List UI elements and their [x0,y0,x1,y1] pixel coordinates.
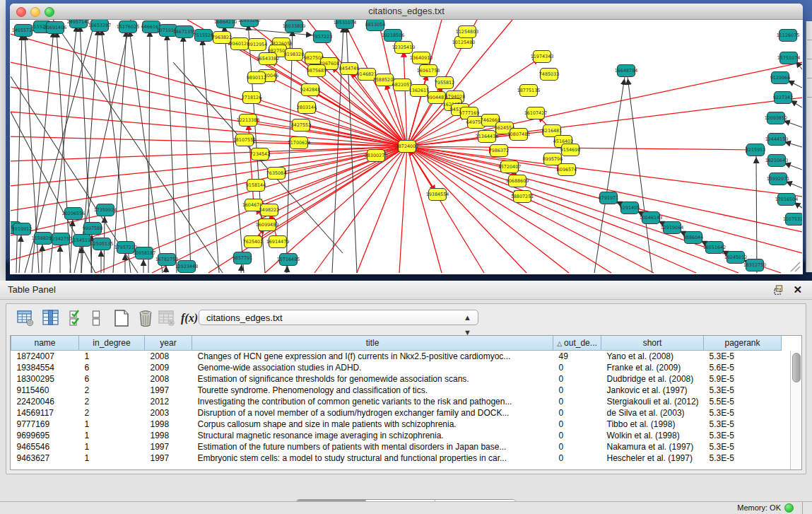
graph-node[interactable]: 8198328 [284,49,304,61]
graph-node[interactable]: 12444159 [765,134,789,146]
graph-node[interactable]: 14671355 [173,26,196,38]
graph-node[interactable]: 10807481 [507,129,531,141]
graph-node[interactable]: 11254803 [456,26,479,38]
graph-node[interactable]: 12213383 [237,115,260,127]
graph-node[interactable]: 21364436 [476,131,499,143]
table-settings-icon[interactable] [16,309,35,327]
graph-node[interactable]: 19245012 [724,252,748,264]
graph-node[interactable]: 15276025 [117,21,140,33]
graph-node[interactable]: 17016504 [775,194,799,206]
network-window-titlebar[interactable]: citations_edges.txt [10,4,803,20]
column-header-in_degree[interactable]: in_degree [79,336,145,351]
network-view-canvas[interactable]: 1405572421552731206914062495714110653287… [11,20,802,274]
graph-node[interactable]: 16648784 [615,65,638,77]
graph-node[interactable]: 16914479 [266,236,290,248]
graph-node[interactable]: 9890112 [247,72,266,84]
graph-node[interactable]: 12923448 [175,261,199,273]
graph-node[interactable]: 12919064 [661,222,684,234]
graph-node[interactable]: 11700624 [288,137,311,149]
graph-node[interactable]: 19218506 [382,30,405,42]
graph-node[interactable]: 19384554 [426,189,449,201]
graph-node[interactable]: 28300273 [365,150,388,162]
graph-node[interactable]: 8813054 [365,20,385,31]
close-traffic-light[interactable] [16,7,26,17]
table-row[interactable]: 969969511998Structural magnetic resonanc… [11,430,782,441]
graph-node[interactable]: 8995796 [543,153,563,165]
graph-node[interactable]: 8912954 [247,39,267,51]
network-window[interactable]: citations_edges.txt 14055724215527312069… [10,4,803,274]
graph-node[interactable]: 10653287 [88,20,112,32]
graph-node[interactable]: 16051642 [703,242,726,254]
graph-node[interactable]: 9227342 [773,92,793,104]
graph-node[interactable]: 16099489 [256,219,279,231]
column-header-short[interactable]: short [601,336,704,351]
unselect-rows-icon[interactable] [91,309,101,327]
graph-node[interactable]: 3919912 [12,223,32,235]
graph-node[interactable]: 10553267 [238,20,261,27]
graph-node[interactable]: 7485033 [539,69,559,81]
graph-node[interactable]: 16961758 [417,65,440,77]
table-row[interactable]: 1456911722003Disruption of a novel membe… [11,407,782,419]
graph-node[interactable]: 18531074 [334,20,357,29]
graph-node[interactable]: 20206556 [62,208,86,220]
column-header-pagerank[interactable]: pagerank [704,336,782,351]
graph-node[interactable]: 10688609 [506,175,529,187]
graph-node[interactable]: 11974343 [531,51,554,63]
minimize-traffic-light[interactable] [30,7,40,17]
graph-node[interactable]: 7625402 [243,236,263,248]
select-rows-icon[interactable] [69,309,83,327]
graph-node[interactable]: 12325419 [392,42,416,54]
graph-node[interactable]: 2803144 [297,102,317,114]
zoom-traffic-light[interactable] [45,7,54,17]
table-row[interactable]: 977716911998Corpus callosum shape and si… [11,419,782,430]
graph-node[interactable]: 9997588 [83,223,102,235]
table-selector-dropdown[interactable]: citations_edges.txt ▲▼ [199,310,478,325]
graph-node[interactable]: 7515526 [194,30,213,42]
graph-node[interactable]: 9291405 [620,202,640,214]
graph-node[interactable]: 9158144 [246,180,266,192]
graph-node[interactable]: 9886044 [683,232,703,244]
graph-node[interactable]: 5498222 [259,204,279,216]
resize-grip[interactable] [791,262,800,271]
graph-node[interactable]: 17359924 [94,204,117,216]
graph-node[interactable]: 9242848 [300,84,320,96]
table-row[interactable]: 946554611997Estimation of the future num… [11,441,782,452]
graph-node[interactable]: 16543382 [257,53,280,65]
graph-node[interactable]: 9875685 [307,65,326,77]
graph-node[interactable]: 12093852 [765,112,788,124]
graph-node[interactable]: 10046143 [640,212,663,224]
table-row[interactable]: 1872400712008Changes of HCN gene express… [11,351,782,363]
graph-node[interactable]: 6791971 [599,192,618,204]
graph-node[interactable]: 7986372 [489,145,509,157]
column-header-out_de[interactable]: △out_de... [553,336,601,351]
graph-node[interactable]: 15716485 [277,254,300,266]
column-header-title[interactable]: title [192,336,553,351]
graph-node[interactable]: 12505135 [90,238,114,250]
delete-trash-icon[interactable] [136,309,155,327]
graph-node[interactable]: 11075324 [783,214,802,226]
column-header-name[interactable]: name [11,336,79,351]
graph-node[interactable]: 9154690 [560,144,580,156]
graph-node[interactable]: 11126075 [777,30,800,42]
table-row[interactable]: 946362711997Embryonic stem cells: a mode… [11,452,782,464]
graph-node[interactable]: 8096574 [557,164,577,176]
graph-node[interactable]: 15751074 [777,52,801,64]
column-select-icon[interactable] [42,309,60,327]
graph-node[interactable]: 24957141 [67,20,90,28]
graph-node[interactable]: 18107552 [233,134,257,146]
table-scrollbar[interactable] [790,351,801,469]
graph-node[interactable]: 20691406 [44,22,67,34]
graph-node[interactable]: 7635084 [266,168,286,180]
table-row[interactable]: 911546021997Tourette syndrome. Phenomeno… [11,385,782,396]
graph-node[interactable]: 10958187 [133,247,156,259]
close-panel-icon[interactable]: ✕ [793,284,802,296]
graph-node[interactable]: 12342757 [49,233,73,245]
graph-node[interactable]: 13640910 [410,52,433,64]
graph-node[interactable]: 7857223 [312,31,332,43]
graph-node[interactable]: 16033809 [283,21,306,33]
graph-node[interactable]: 18724007 [396,141,419,153]
graph-node[interactable]: 15720407 [498,161,522,173]
graph-node[interactable]: 2718126 [242,92,261,104]
table-row[interactable]: 2242004622012Investigating the contribut… [11,396,782,407]
graph-node[interactable]: 8427552 [291,119,311,132]
